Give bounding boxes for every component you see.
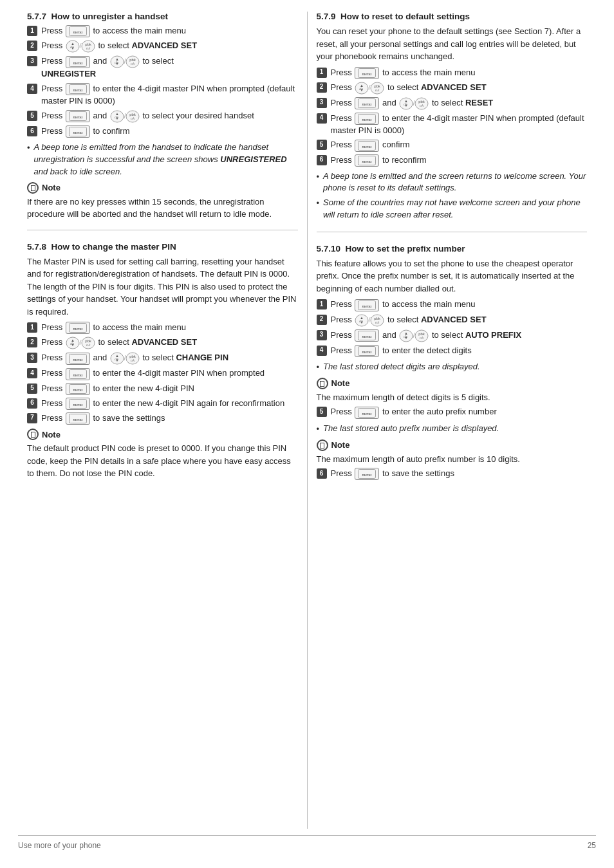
section-578-steps: 1 Press menu to access the main menu 2 P… bbox=[27, 322, 298, 424]
svg-text:menu: menu bbox=[73, 356, 83, 362]
menu-button-icon: menu bbox=[355, 299, 379, 311]
nav-button-icon: ▲▼ds/pbkok bbox=[110, 352, 140, 365]
page: 5.7.7 How to unregister a handset 1 Pres… bbox=[0, 0, 614, 868]
step-number: 5 bbox=[27, 383, 37, 394]
menu-btn-inline: menu bbox=[65, 322, 91, 332]
section-578-title: 5.7.8 How to change the master PIN bbox=[27, 242, 298, 252]
step-number: 4 bbox=[317, 346, 327, 356]
svg-text:ok: ok bbox=[130, 358, 135, 363]
menu-button-icon: menu bbox=[66, 125, 90, 138]
step-text: Press menu to enter the 4-digit master P… bbox=[41, 367, 298, 380]
menu-button-icon: menu bbox=[66, 83, 90, 95]
svg-text:menu: menu bbox=[362, 411, 373, 416]
note-5710-2: ⎕ Note The maximum length of auto prefix… bbox=[317, 439, 588, 465]
menu-btn-inline: menu bbox=[65, 126, 91, 136]
step-number: 6 bbox=[27, 398, 37, 409]
svg-text:menu: menu bbox=[362, 71, 373, 76]
step-item: 5 Press menu and ▲▼ds/pbkok to select yo… bbox=[27, 110, 298, 123]
menu-btn-inline: menu bbox=[354, 98, 380, 107]
svg-text:ok: ok bbox=[130, 61, 135, 66]
svg-text:menu: menu bbox=[362, 116, 373, 122]
step-text: Press menu to enter the detect digits bbox=[331, 345, 588, 357]
step-item: 2 Press ▲▼ds/pbkok to select ADVANCED SE… bbox=[317, 314, 588, 327]
nav-btn-inline: ▲▼ds/pbkok bbox=[65, 41, 96, 51]
svg-text:menu: menu bbox=[362, 349, 373, 354]
nav-btn-inline: ▲▼ds/pbkok bbox=[354, 82, 385, 92]
svg-text:ds: ds bbox=[404, 101, 408, 106]
note-text: If there are no key presses within 15 se… bbox=[27, 196, 298, 221]
note-577: ⎕ Note If there are no key presses withi… bbox=[27, 181, 298, 221]
menu-btn-inline: menu bbox=[354, 346, 380, 355]
menu-button-icon: menu bbox=[66, 110, 90, 122]
step-item: 2 Press ▲▼ds/pbkok to select ADVANCED SE… bbox=[317, 82, 588, 95]
step-text: Press menu to reconfirm bbox=[331, 154, 588, 167]
step-number: 2 bbox=[27, 41, 37, 51]
menu-button-icon: menu bbox=[66, 25, 90, 37]
section-577-title: 5.7.7 How to unregister a handset bbox=[27, 12, 298, 21]
step-text: Press menu and ▲▼ds/pbkok to select RESE… bbox=[331, 97, 588, 110]
svg-text:ok: ok bbox=[420, 103, 425, 108]
step-item: 1 Press menu to access the main menu bbox=[27, 322, 298, 334]
section-577-bullets: • A beep tone is emitted from the handse… bbox=[27, 142, 298, 178]
note-title: ⎕ Note bbox=[27, 429, 298, 441]
menu-btn-inline: menu bbox=[354, 468, 380, 478]
menu-button-icon: menu bbox=[355, 140, 379, 152]
svg-text:ok: ok bbox=[130, 116, 135, 121]
svg-text:menu: menu bbox=[73, 402, 83, 407]
menu-btn-inline: menu bbox=[65, 398, 91, 408]
step-number: 7 bbox=[27, 413, 37, 423]
footer-right: 25 bbox=[588, 841, 596, 850]
step-item: 4 Press menu to enter the 4-digit master… bbox=[317, 113, 588, 137]
step-item: 5 Press menu to enter the auto prefix nu… bbox=[317, 406, 588, 418]
step-item: 6 Press menu to enter the new 4-digit PI… bbox=[27, 398, 298, 410]
step-text: Press menu and ▲▼ds/pbkok to select CHAN… bbox=[41, 352, 298, 365]
step-item: 1 Press menu to access the main menu bbox=[27, 25, 298, 37]
svg-text:menu: menu bbox=[73, 30, 83, 35]
step-item: 6 Press menu to reconfirm bbox=[317, 154, 588, 167]
step-text: Press menu to access the main menu bbox=[331, 67, 588, 79]
nav-button-icon: ▲▼ds/pbkok bbox=[355, 314, 384, 327]
step-item: 3 Press menu and ▲▼ds/pbkok to select UN… bbox=[27, 55, 298, 80]
step-item: 4 Press menu to enter the 4-digit master… bbox=[27, 367, 298, 380]
menu-button-icon: menu bbox=[66, 322, 90, 334]
step-number: 1 bbox=[317, 68, 327, 78]
footer-left: Use more of your phone bbox=[18, 841, 101, 850]
step-number: 4 bbox=[317, 113, 327, 124]
step-number: 6 bbox=[317, 468, 327, 479]
step-item: 4 Press menu to enter the 4-digit master… bbox=[27, 83, 298, 107]
menu-button-icon: menu bbox=[355, 345, 379, 357]
nav-btn-inline: ▲▼ds/pbkok bbox=[109, 353, 140, 363]
step-item: 6 Press menu to confirm bbox=[27, 125, 298, 138]
svg-text:ds: ds bbox=[115, 356, 119, 362]
section-5710-title: 5.7.10 How to set the prefix number bbox=[317, 244, 588, 254]
nav-btn-inline: ▲▼ds/pbkok bbox=[109, 111, 140, 120]
step-number: 2 bbox=[27, 337, 37, 347]
step-text: Press ▲▼ds/pbkok to select ADVANCED SET bbox=[331, 82, 588, 95]
step-text: Press menu to access the main menu bbox=[41, 322, 298, 334]
step-number: 2 bbox=[317, 82, 327, 93]
step-item: 3 Press menu and ▲▼ds/pbkok to select CH… bbox=[27, 352, 298, 365]
nav-button-icon: ▲▼ds/pbkok bbox=[355, 82, 384, 95]
svg-text:menu: menu bbox=[362, 472, 373, 477]
bullet-item: • A beep tone is emitted and the screen … bbox=[317, 171, 588, 195]
nav-button-icon: ▲▼ds/pbkok bbox=[110, 55, 140, 68]
step-text: Press ▲▼ds/pbkok to select ADVANCED SET bbox=[41, 337, 298, 349]
note-title: ⎕ Note bbox=[317, 377, 588, 390]
menu-button-icon: menu bbox=[355, 468, 379, 480]
menu-btn-inline: menu bbox=[65, 26, 91, 35]
section-579-intro: You can reset your phone to the default … bbox=[317, 25, 588, 63]
step-number: 1 bbox=[27, 26, 37, 36]
step-text: Press menu confirm bbox=[331, 139, 588, 151]
step-text: Press menu to access the main menu bbox=[41, 25, 298, 37]
menu-btn-inline: menu bbox=[65, 368, 91, 378]
step-number: 5 bbox=[317, 407, 327, 417]
menu-btn-inline: menu bbox=[354, 113, 380, 123]
note-title: ⎕ Note bbox=[317, 439, 588, 452]
step-text: Press menu to confirm bbox=[41, 125, 298, 138]
menu-button-icon: menu bbox=[355, 67, 379, 79]
nav-btn-inline: ▲▼ds/pbkok bbox=[109, 57, 140, 66]
menu-btn-inline: menu bbox=[354, 407, 380, 416]
section-5710-bullets2: • The last stored auto prefix number is … bbox=[317, 423, 588, 436]
note-title: ⎕ Note bbox=[27, 181, 298, 194]
step-text: Press menu to enter the auto prefix numb… bbox=[331, 406, 588, 418]
